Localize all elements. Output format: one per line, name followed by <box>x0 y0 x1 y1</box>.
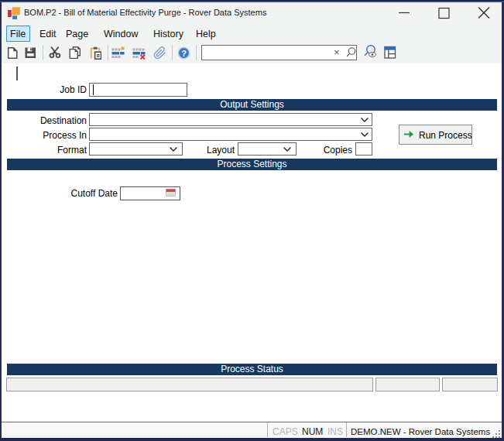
svg-text:?: ? <box>181 49 187 58</box>
